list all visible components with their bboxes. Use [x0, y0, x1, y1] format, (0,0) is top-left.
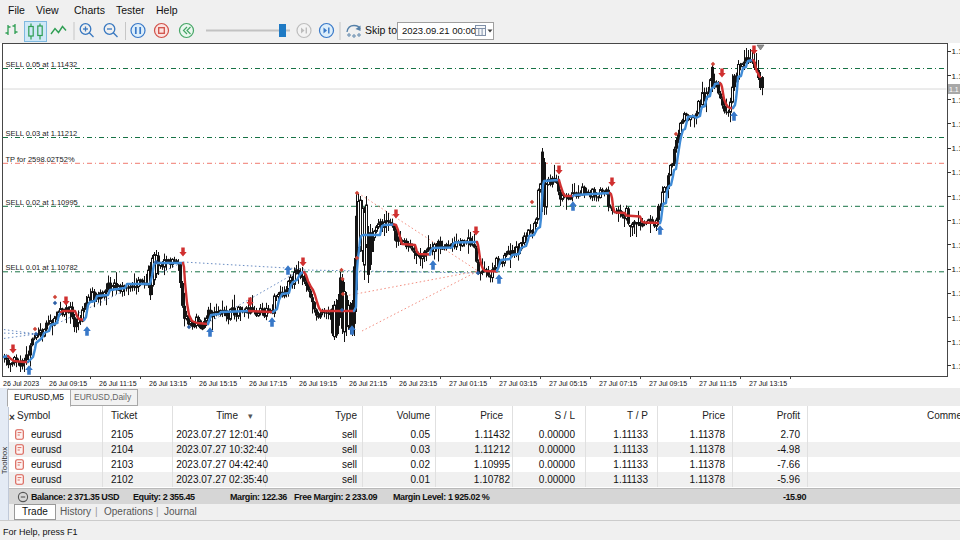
svg-text:1.1: 1.1 [952, 362, 960, 371]
svg-text:SELL 0.03 at 1.11212: SELL 0.03 at 1.11212 [6, 129, 78, 138]
svg-text:SELL 0.01 at 1.10782: SELL 0.01 at 1.10782 [6, 263, 78, 272]
svg-text:1.1: 1.1 [952, 241, 960, 250]
svg-text:27 Jul 13:15: 27 Jul 13:15 [749, 380, 787, 387]
svg-text:SELL 0.02 at 1.10995: SELL 0.02 at 1.10995 [6, 198, 78, 207]
svg-text:1.1: 1.1 [952, 47, 960, 56]
svg-text:1.1: 1.1 [952, 314, 960, 323]
svg-text:1.1: 1.1 [952, 289, 960, 298]
svg-text:1.1: 1.1 [952, 144, 960, 153]
svg-text:1.1: 1.1 [952, 193, 960, 202]
svg-text:TP for 2598.02T52%: TP for 2598.02T52% [6, 155, 75, 164]
svg-text:1.1: 1.1 [952, 72, 960, 81]
svg-text:1.1: 1.1 [949, 86, 959, 93]
svg-text:26 Jul 09:15: 26 Jul 09:15 [49, 380, 87, 387]
svg-text:1.1: 1.1 [952, 265, 960, 274]
svg-text:27 Jul 01:15: 27 Jul 01:15 [449, 380, 487, 387]
svg-text:27 Jul 11:15: 27 Jul 11:15 [699, 380, 737, 387]
svg-text:26 Jul 21:15: 26 Jul 21:15 [349, 380, 387, 387]
svg-text:26 Jul 11:15: 26 Jul 11:15 [99, 380, 137, 387]
svg-text:26 Jul 15:15: 26 Jul 15:15 [199, 380, 237, 387]
svg-text:26 Jul 19:15: 26 Jul 19:15 [299, 380, 337, 387]
svg-text:1.1: 1.1 [952, 168, 960, 177]
svg-text:Skip to: Skip to [365, 24, 397, 36]
svg-text:27 Jul 07:15: 27 Jul 07:15 [599, 380, 637, 387]
svg-text:SELL 0.05 at 1.11432: SELL 0.05 at 1.11432 [6, 60, 78, 69]
svg-text:26 Jul 17:15: 26 Jul 17:15 [249, 380, 287, 387]
svg-text:26 Jul 13:15: 26 Jul 13:15 [149, 380, 187, 387]
svg-text:1.1: 1.1 [952, 217, 960, 226]
svg-text:27 Jul 09:15: 27 Jul 09:15 [649, 380, 687, 387]
svg-text:2023.09.21 00:00: 2023.09.21 00:00 [402, 25, 476, 36]
svg-text:27 Jul 05:15: 27 Jul 05:15 [549, 380, 587, 387]
svg-text:1.1: 1.1 [952, 120, 960, 129]
svg-text:26 Jul 23:15: 26 Jul 23:15 [399, 380, 437, 387]
svg-text:27 Jul 03:15: 27 Jul 03:15 [499, 380, 537, 387]
svg-text:26 Jul 2023: 26 Jul 2023 [3, 380, 39, 387]
svg-text:1.1: 1.1 [952, 338, 960, 347]
svg-text:1.1: 1.1 [952, 96, 960, 105]
